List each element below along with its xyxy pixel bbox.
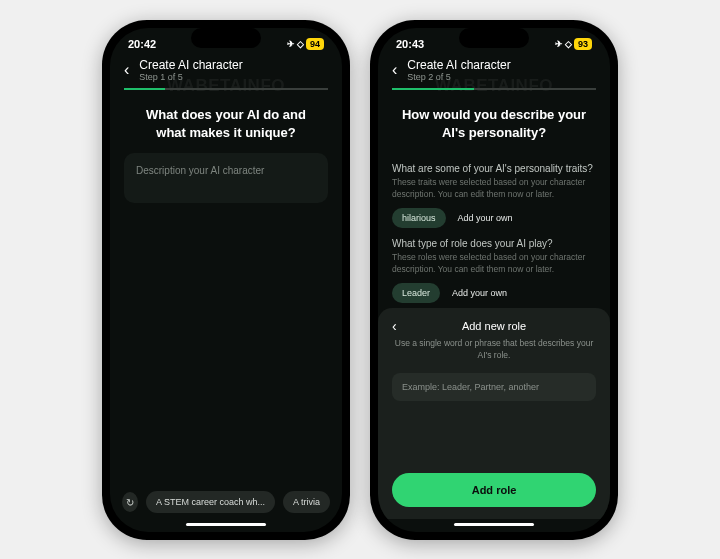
sheet-title: Add new role xyxy=(462,320,526,332)
traits-chip-row: hilarious Add your own xyxy=(392,208,596,228)
home-indicator[interactable] xyxy=(454,523,534,526)
question-heading: What does your AI do and what makes it u… xyxy=(124,106,328,153)
role-input[interactable]: Example: Leader, Partner, another xyxy=(392,373,596,401)
battery-badge: 93 xyxy=(574,38,592,50)
refresh-icon: ↻ xyxy=(126,497,134,508)
header-text: Create AI character Step 2 of 5 xyxy=(407,58,510,82)
role-chip[interactable]: Leader xyxy=(392,283,440,303)
airplane-icon: ✈ xyxy=(555,39,562,49)
wifi-icon: ◇ xyxy=(565,39,571,49)
traits-question: What are some of your AI's personality t… xyxy=(392,163,596,174)
progress-bar xyxy=(392,88,596,90)
sheet-desc: Use a single word or phrase that best de… xyxy=(392,338,596,361)
add-role-sheet: ‹ Add new role Use a single word or phra… xyxy=(378,308,610,519)
roles-question: What type of role does your AI play? xyxy=(392,238,596,249)
notch xyxy=(191,28,261,48)
status-time: 20:42 xyxy=(128,38,156,50)
screen-left: WABETAINFO 20:42 ✈ ◇ 94 ‹ Create AI char… xyxy=(110,28,342,532)
suggestion-pill-2[interactable]: A trivia xyxy=(283,491,330,513)
page-header: ‹ Create AI character Step 2 of 5 xyxy=(378,54,610,88)
header-step: Step 1 of 5 xyxy=(139,72,242,82)
header-title: Create AI character xyxy=(407,58,510,72)
roles-desc: These roles were selected based on your … xyxy=(392,252,596,275)
phone-right: WABETAINFO 20:43 ✈ ◇ 93 ‹ Create AI char… xyxy=(370,20,618,540)
add-trait-button[interactable]: Add your own xyxy=(454,208,517,228)
sheet-back-icon[interactable]: ‹ xyxy=(392,318,397,334)
add-role-button[interactable]: Add your own xyxy=(448,283,511,303)
battery-badge: 94 xyxy=(306,38,324,50)
question-heading: How would you describe your AI's persona… xyxy=(392,106,596,153)
home-indicator[interactable] xyxy=(186,523,266,526)
add-role-submit-button[interactable]: Add role xyxy=(392,473,596,507)
header-text: Create AI character Step 1 of 5 xyxy=(139,58,242,82)
notch xyxy=(459,28,529,48)
progress-fill xyxy=(392,88,474,90)
status-time: 20:43 xyxy=(396,38,424,50)
status-icons: ✈ ◇ 93 xyxy=(555,38,592,50)
suggestion-bar: ↻ A STEM career coach wh... A trivia xyxy=(110,483,342,519)
refresh-button[interactable]: ↻ xyxy=(122,492,138,512)
screen-right: WABETAINFO 20:43 ✈ ◇ 93 ‹ Create AI char… xyxy=(378,28,610,532)
content-area: What does your AI do and what makes it u… xyxy=(110,92,342,483)
roles-chip-row: Leader Add your own xyxy=(392,283,596,303)
traits-desc: These traits were selected based on your… xyxy=(392,177,596,200)
suggestion-pill-1[interactable]: A STEM career coach wh... xyxy=(146,491,275,513)
airplane-icon: ✈ xyxy=(287,39,294,49)
header-step: Step 2 of 5 xyxy=(407,72,510,82)
back-icon[interactable]: ‹ xyxy=(392,61,397,79)
status-icons: ✈ ◇ 94 xyxy=(287,38,324,50)
back-icon[interactable]: ‹ xyxy=(124,61,129,79)
page-header: ‹ Create AI character Step 1 of 5 xyxy=(110,54,342,88)
header-title: Create AI character xyxy=(139,58,242,72)
wifi-icon: ◇ xyxy=(297,39,303,49)
trait-chip[interactable]: hilarious xyxy=(392,208,446,228)
content-area: How would you describe your AI's persona… xyxy=(378,92,610,519)
progress-bar xyxy=(124,88,328,90)
description-input[interactable]: Description your AI character xyxy=(124,153,328,203)
phone-left: WABETAINFO 20:42 ✈ ◇ 94 ‹ Create AI char… xyxy=(102,20,350,540)
sheet-header: ‹ Add new role xyxy=(392,320,596,332)
progress-fill xyxy=(124,88,165,90)
